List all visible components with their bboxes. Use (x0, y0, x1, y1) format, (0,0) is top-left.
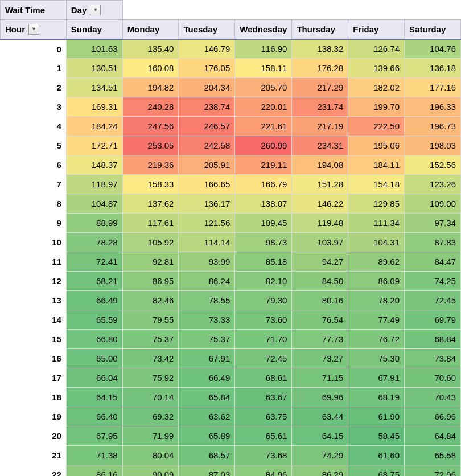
heatmap-cell: 86.95 (122, 272, 179, 291)
heatmap-cell: 160.08 (122, 59, 179, 78)
table-row: 2134.51194.82204.34205.70217.29182.02177… (1, 78, 461, 97)
header-spacer (122, 1, 460, 20)
heatmap-cell: 86.29 (292, 465, 348, 477)
heatmap-cell: 70.43 (405, 388, 461, 407)
heatmap-cell: 65.00 (66, 349, 122, 368)
hour-label: 0 (1, 39, 67, 59)
heatmap-cell: 87.03 (179, 465, 235, 477)
heatmap-cell: 116.90 (235, 39, 292, 59)
hour-label: 2 (1, 78, 67, 97)
heatmap-cell: 78.28 (66, 233, 122, 252)
heatmap-cell: 217.29 (292, 78, 348, 97)
heatmap-cell: 138.07 (235, 194, 292, 214)
heatmap-cell: 135.40 (122, 39, 179, 59)
heatmap-cell: 222.50 (348, 117, 405, 136)
heatmap-cell: 158.33 (122, 175, 179, 194)
heatmap-cell: 65.61 (235, 426, 292, 446)
heatmap-cell: 166.65 (179, 175, 235, 194)
heatmap-cell: 67.95 (66, 426, 122, 446)
heatmap-cell: 92.81 (122, 252, 179, 272)
heatmap-cell: 90.09 (122, 465, 179, 477)
table-row: 2171.3880.0468.5773.6874.2961.6065.58 (1, 446, 461, 465)
heatmap-cell: 172.71 (66, 136, 122, 155)
heatmap-cell: 220.01 (235, 97, 292, 117)
heatmap-cell: 101.63 (66, 39, 122, 59)
row-field-cell[interactable]: Hour ▼ (1, 20, 67, 39)
heatmap-cell: 151.28 (292, 175, 348, 194)
heatmap-cell: 66.40 (66, 407, 122, 426)
heatmap-cell: 80.16 (292, 291, 348, 310)
heatmap-cell: 138.32 (292, 39, 348, 59)
heatmap-cell: 104.87 (66, 194, 122, 214)
hour-label: 19 (1, 407, 67, 426)
heatmap-cell: 134.51 (66, 78, 122, 97)
heatmap-cell: 82.46 (122, 291, 179, 310)
heatmap-cell: 71.70 (235, 330, 292, 349)
column-field-text: Day (71, 5, 87, 15)
heatmap-cell: 93.99 (179, 252, 235, 272)
heatmap-cell: 217.19 (292, 117, 348, 136)
day-header[interactable]: Monday (122, 20, 179, 39)
hour-label: 13 (1, 291, 67, 310)
heatmap-cell: 103.97 (292, 233, 348, 252)
heatmap-cell: 76.72 (348, 330, 405, 349)
heatmap-cell: 70.14 (122, 388, 179, 407)
table-row: 1172.4192.8193.9985.1894.2789.6284.47 (1, 252, 461, 272)
table-row: 1366.4982.4678.5579.3080.1678.2072.45 (1, 291, 461, 310)
heatmap-cell: 204.34 (179, 78, 235, 97)
hour-label: 7 (1, 175, 67, 194)
heatmap-cell: 74.29 (292, 446, 348, 465)
heatmap-cell: 158.11 (235, 59, 292, 78)
heatmap-cell: 75.37 (179, 330, 235, 349)
heatmap-cell: 199.70 (348, 97, 405, 117)
column-field-cell[interactable]: Day ▼ (66, 1, 122, 20)
heatmap-cell: 64.15 (66, 388, 122, 407)
heatmap-cell: 66.96 (405, 407, 461, 426)
day-header[interactable]: Saturday (405, 20, 461, 39)
heatmap-cell: 194.82 (122, 78, 179, 97)
heatmap-cell: 61.90 (348, 407, 405, 426)
heatmap-cell: 73.33 (179, 310, 235, 330)
heatmap-cell: 247.56 (122, 117, 179, 136)
heatmap-cell: 136.17 (179, 194, 235, 214)
heatmap-cell: 136.18 (405, 59, 461, 78)
heatmap-cell: 75.92 (122, 368, 179, 388)
column-filter-button[interactable]: ▼ (90, 5, 101, 15)
row-filter-button[interactable]: ▼ (28, 24, 39, 35)
chevron-down-icon: ▼ (93, 7, 98, 13)
heatmap-cell: 148.37 (66, 155, 122, 175)
pivot-table: Wait Time Day ▼ Hour ▼ (0, 0, 461, 476)
day-header[interactable]: Wednesday (235, 20, 292, 39)
heatmap-cell: 58.45 (348, 426, 405, 446)
heatmap-cell: 242.58 (179, 136, 235, 155)
heatmap-cell: 146.79 (179, 39, 235, 59)
heatmap-cell: 205.70 (235, 78, 292, 97)
heatmap-cell: 152.56 (405, 155, 461, 175)
heatmap-cell: 87.83 (405, 233, 461, 252)
heatmap-cell: 85.18 (235, 252, 292, 272)
table-row: 7118.97158.33166.65166.79151.28154.18123… (1, 175, 461, 194)
heatmap-cell: 69.79 (405, 310, 461, 330)
day-header[interactable]: Friday (348, 20, 405, 39)
heatmap-cell: 84.47 (405, 252, 461, 272)
heatmap-cell: 166.79 (235, 175, 292, 194)
heatmap-cell: 104.31 (348, 233, 405, 252)
heatmap-cell: 194.08 (292, 155, 348, 175)
day-header[interactable]: Thursday (292, 20, 348, 39)
table-row: 1268.2186.9586.2482.1084.5086.0974.25 (1, 272, 461, 291)
day-header[interactable]: Tuesday (179, 20, 235, 39)
heatmap-cell: 73.42 (122, 349, 179, 368)
table-row: 1766.0475.9266.4968.6171.1567.9170.60 (1, 368, 461, 388)
day-header[interactable]: Sunday (66, 20, 122, 39)
hour-label: 20 (1, 426, 67, 446)
heatmap-cell: 77.49 (348, 310, 405, 330)
heatmap-cell: 61.60 (348, 446, 405, 465)
table-row: 3169.31240.28238.74220.01231.74199.70196… (1, 97, 461, 117)
heatmap-cell: 68.61 (235, 368, 292, 388)
hour-label: 14 (1, 310, 67, 330)
heatmap-cell: 80.04 (122, 446, 179, 465)
heatmap-cell: 97.34 (405, 214, 461, 233)
heatmap-cell: 84.50 (292, 272, 348, 291)
heatmap-cell: 196.33 (405, 97, 461, 117)
heatmap-cell: 70.60 (405, 368, 461, 388)
